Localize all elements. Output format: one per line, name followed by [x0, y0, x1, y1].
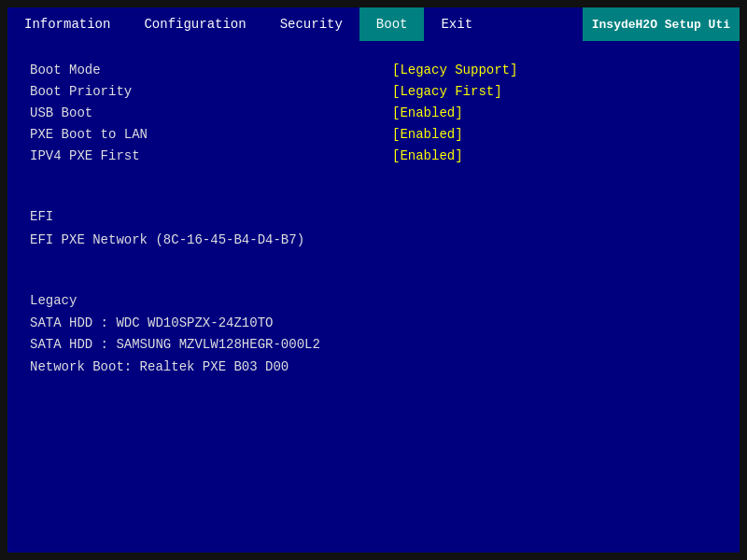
pxe-boot-label[interactable]: PXE Boot to LAN [30, 124, 355, 146]
left-column: Boot Mode Boot Priority USB Boot PXE Boo… [30, 60, 355, 391]
nav-item-boot[interactable]: Boot [359, 7, 425, 41]
legacy-section-label: Legacy [30, 290, 355, 311]
efi-group: EFI EFI PXE Network (8C-16-45-B4-D4-B7) [30, 206, 355, 250]
nav-bar: Information Configuration Security Boot … [7, 7, 740, 41]
ipv4-pxe-value: [Enabled] [392, 146, 717, 167]
nav-item-security[interactable]: Security [263, 7, 359, 41]
nav-item-configuration[interactable]: Configuration [127, 7, 262, 41]
bios-screen: Information Configuration Security Boot … [0, 0, 747, 560]
ipv4-pxe-label[interactable]: IPV4 PXE First [30, 146, 355, 167]
legacy-group: Legacy SATA HDD : WDC WD10SPZX-24Z10TO S… [30, 290, 355, 378]
boot-mode-value: [Legacy Support] [392, 60, 717, 81]
boot-mode-label[interactable]: Boot Mode [30, 60, 355, 81]
usb-boot-value: [Enabled] [392, 103, 717, 124]
efi-pxe-item[interactable]: EFI PXE Network (8C-16-45-B4-D4-B7) [30, 230, 355, 251]
boot-settings-group: Boot Mode Boot Priority USB Boot PXE Boo… [30, 60, 355, 167]
boot-priority-value: [Legacy First] [392, 81, 717, 103]
content-columns: Boot Mode Boot Priority USB Boot PXE Boo… [30, 60, 717, 391]
pxe-boot-value: [Enabled] [392, 124, 717, 146]
right-column: [Legacy Support] [Legacy First] [Enabled… [355, 60, 717, 391]
sata-hdd-1[interactable]: SATA HDD : WDC WD10SPZX-24Z10TO [30, 313, 355, 334]
efi-section-label: EFI [30, 206, 355, 227]
nav-item-information[interactable]: Information [7, 7, 127, 41]
sata-hdd-2[interactable]: SATA HDD : SAMSUNG MZVLW128HEGR-000L2 [30, 334, 355, 356]
network-boot[interactable]: Network Boot: Realtek PXE B03 D00 [30, 357, 355, 378]
boot-values-group: [Legacy Support] [Legacy First] [Enabled… [392, 60, 717, 167]
brand-label: InsydeH2O Setup Uti [583, 7, 740, 41]
main-content: Boot Mode Boot Priority USB Boot PXE Boo… [7, 41, 740, 410]
nav-item-exit[interactable]: Exit [424, 7, 489, 41]
boot-priority-label[interactable]: Boot Priority [30, 81, 355, 103]
usb-boot-label[interactable]: USB Boot [30, 103, 355, 124]
